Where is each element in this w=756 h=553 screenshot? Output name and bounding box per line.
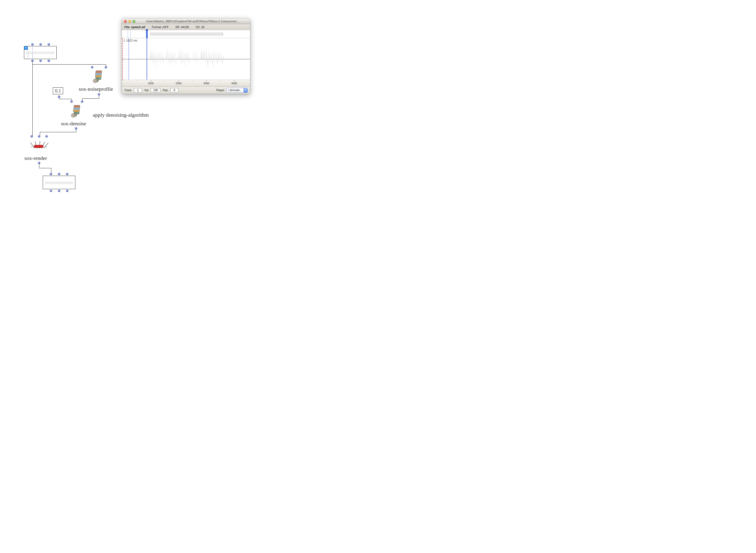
port[interactable]: [31, 60, 33, 62]
overview-waveform[interactable]: [122, 30, 250, 38]
chevron-updown-icon: ▾: [244, 88, 247, 92]
vol-label: Vol: [145, 89, 149, 92]
sox-render-icon[interactable]: ~ ~: [31, 140, 46, 151]
player-select[interactable]: LibAudio... ▾: [227, 88, 248, 93]
sox-noiseprofile-label: sox-noiseprofile: [79, 86, 113, 92]
format-label: Format: AIFF: [152, 25, 169, 29]
port[interactable]: [50, 173, 52, 175]
track-input[interactable]: [134, 88, 142, 92]
port[interactable]: [81, 100, 83, 103]
tick-label: 1000: [148, 82, 154, 85]
samplerate-label: SR: 44100: [175, 25, 189, 29]
audio-info-bar: File: speech.aif Format: AIFF SR: 44100 …: [122, 24, 250, 30]
port[interactable]: [46, 135, 48, 138]
playback-controls: Track Vol Pan Player LibAudio... ▾: [122, 87, 250, 94]
port[interactable]: [39, 43, 42, 46]
sox-render-label: sox-render: [24, 155, 47, 161]
tick-label: 3000: [203, 82, 209, 85]
port[interactable]: [91, 66, 93, 68]
wire: [39, 168, 51, 168]
pan-input[interactable]: [170, 88, 179, 92]
tick-label: 4000: [231, 82, 237, 85]
port[interactable]: [38, 135, 40, 138]
port[interactable]: [98, 93, 100, 95]
sox-denoise-label: sox-denoise: [61, 121, 86, 127]
wire: [40, 132, 40, 135]
track-label: Track: [124, 89, 132, 92]
port[interactable]: [66, 173, 68, 175]
vol-input[interactable]: [151, 88, 160, 92]
sox-denoise-icon[interactable]: [71, 104, 81, 118]
overview-selection: [128, 30, 131, 38]
value-box-text: 0.1: [55, 88, 61, 93]
time-ruler[interactable]: 1000 2000 3000 4000: [122, 80, 250, 87]
window-title: /Users/Marlon_MBPro/Dropbox/OM-stuff/OMs…: [137, 20, 248, 23]
port[interactable]: [39, 60, 42, 62]
port[interactable]: [70, 100, 73, 103]
locked-badge: ✕: [24, 46, 27, 50]
audio-source-box[interactable]: ✕: [24, 46, 57, 59]
port[interactable]: [58, 95, 60, 98]
port[interactable]: [48, 60, 50, 62]
file-label: File: speech.aif: [124, 25, 145, 29]
player-selected: LibAudio...: [227, 89, 244, 92]
mini-waveform: [26, 52, 55, 54]
titlebar[interactable]: /Users/Marlon_MBPro/Dropbox/OM-stuff/OMs…: [122, 18, 250, 24]
wire: [99, 95, 99, 98]
close-button[interactable]: [124, 20, 127, 23]
pan-label: Pan: [163, 89, 168, 92]
wire: [32, 62, 33, 136]
minimize-button[interactable]: [128, 20, 131, 23]
value-box[interactable]: 0.1: [53, 87, 63, 94]
wire: [82, 98, 99, 99]
wire: [32, 64, 106, 65]
port[interactable]: [30, 135, 33, 138]
port[interactable]: [66, 189, 68, 192]
port[interactable]: [58, 173, 60, 175]
wire: [76, 130, 76, 132]
wire: [40, 132, 76, 132]
denoise-comment: apply denoising-algorithm: [93, 112, 149, 118]
port[interactable]: [75, 127, 77, 130]
wire: [59, 99, 72, 99]
port[interactable]: [38, 162, 40, 164]
overview-wave-icon: [150, 32, 224, 36]
sox-noiseprofile-icon[interactable]: [93, 70, 103, 84]
bitdepth-label: SS: 16: [195, 25, 204, 29]
audio-editor-window[interactable]: /Users/Marlon_MBPro/Dropbox/OM-stuff/OMs…: [122, 18, 250, 94]
zoom-button[interactable]: [133, 20, 135, 23]
mini-waveform: [46, 182, 73, 184]
wire: [39, 164, 39, 168]
port[interactable]: [50, 189, 52, 192]
player-label: Player: [216, 89, 225, 92]
main-waveform[interactable]: t: 1622 ms: [122, 38, 250, 80]
port[interactable]: [31, 43, 33, 46]
port[interactable]: [48, 43, 50, 46]
port[interactable]: [58, 189, 60, 192]
overview-playhead[interactable]: [146, 30, 148, 39]
tick-label: 2000: [176, 82, 181, 85]
cursor-time: t: 1622 ms: [124, 39, 137, 42]
port[interactable]: [105, 66, 107, 68]
audio-output-box[interactable]: [43, 176, 75, 189]
